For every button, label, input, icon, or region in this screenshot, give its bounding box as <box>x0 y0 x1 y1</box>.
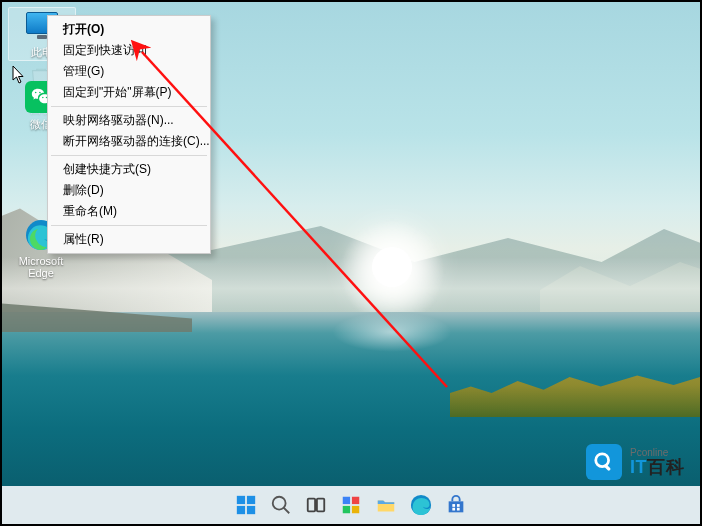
menu-item-manage[interactable]: 管理(G) <box>49 61 209 82</box>
menu-item-rename[interactable]: 重命名(M) <box>49 201 209 222</box>
svg-rect-16 <box>457 504 460 507</box>
svg-rect-18 <box>457 508 460 511</box>
svg-rect-8 <box>308 499 315 512</box>
svg-point-6 <box>273 497 286 510</box>
desktop-icon-label: Microsoft Edge <box>8 255 74 279</box>
menu-item-disconnect-drive[interactable]: 断开网络驱动器的连接(C)... <box>49 131 209 152</box>
watermark-logo-icon <box>586 444 622 480</box>
taskbar-edge-button[interactable] <box>408 492 434 518</box>
context-menu: 打开(O) 固定到快速访问 管理(G) 固定到"开始"屏幕(P) 映射网络驱动器… <box>47 15 211 254</box>
menu-separator <box>51 106 207 107</box>
svg-rect-17 <box>452 508 455 511</box>
svg-rect-2 <box>237 496 245 504</box>
menu-item-properties[interactable]: 属性(R) <box>49 229 209 250</box>
svg-rect-10 <box>343 497 350 504</box>
svg-rect-12 <box>343 506 350 513</box>
svg-rect-3 <box>247 496 255 504</box>
menu-item-delete[interactable]: 删除(D) <box>49 180 209 201</box>
watermark-large-text: IT百科 <box>630 458 684 476</box>
taskbar-start-button[interactable] <box>233 492 259 518</box>
menu-item-pin-start[interactable]: 固定到"开始"屏幕(P) <box>49 82 209 103</box>
mouse-cursor-icon <box>12 65 26 85</box>
taskbar-explorer-button[interactable] <box>373 492 399 518</box>
taskbar-task-view-button[interactable] <box>303 492 329 518</box>
taskbar-store-button[interactable] <box>443 492 469 518</box>
svg-rect-9 <box>317 499 324 512</box>
menu-separator <box>51 155 207 156</box>
taskbar-widgets-button[interactable] <box>338 492 364 518</box>
svg-rect-11 <box>352 497 359 504</box>
menu-item-create-shortcut[interactable]: 创建快捷方式(S) <box>49 159 209 180</box>
watermark: Pconline IT百科 <box>586 444 684 480</box>
svg-rect-13 <box>352 506 359 513</box>
taskbar-search-button[interactable] <box>268 492 294 518</box>
menu-item-open[interactable]: 打开(O) <box>49 19 209 40</box>
svg-point-19 <box>596 454 609 467</box>
taskbar <box>2 486 700 524</box>
menu-item-map-drive[interactable]: 映射网络驱动器(N)... <box>49 110 209 131</box>
svg-rect-15 <box>452 504 455 507</box>
svg-rect-5 <box>247 506 255 514</box>
svg-rect-4 <box>237 506 245 514</box>
menu-separator <box>51 225 207 226</box>
svg-line-7 <box>284 508 290 514</box>
menu-item-pin-quick-access[interactable]: 固定到快速访问 <box>49 40 209 61</box>
